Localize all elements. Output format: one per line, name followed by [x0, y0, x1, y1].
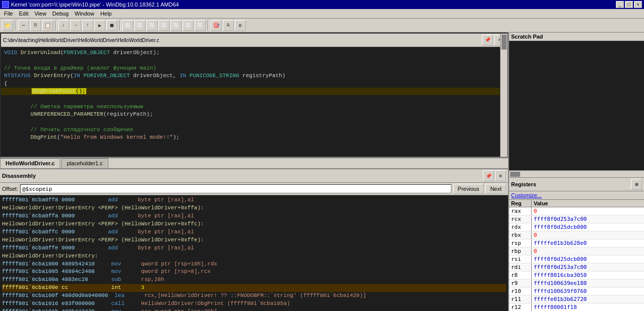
reg-val-r9: ffffd100639ee180	[532, 279, 644, 287]
editor-area: C:\dev\teaching\HelloWorldDriver\HelloWo…	[0, 33, 508, 158]
scratch-pad-scrollbar[interactable]	[509, 170, 644, 177]
reg-row-r11: r11 fffffe01b3b62720	[509, 295, 644, 303]
customize-link[interactable]: Customize...	[509, 191, 644, 200]
reg-val-rbx: 0	[532, 231, 644, 239]
reg-row-r9: r9 ffffd100639ee180	[509, 279, 644, 287]
title-bar: Kernel 'com:port=\\.\pipe\Win10.pipe' - …	[0, 0, 644, 9]
toolbar-b3[interactable]: ⬜	[146, 20, 157, 31]
editor-scrollbar[interactable]	[500, 34, 507, 157]
toolbar-options[interactable]: ⚙	[235, 20, 246, 31]
code-line-6: DbgBreakPoint();	[1, 88, 504, 95]
toolbar-sep-4	[208, 21, 209, 31]
reg-val-r8: fffff8016cba3050	[532, 271, 644, 279]
col-reg-header: Reg	[509, 200, 532, 207]
toolbar-font[interactable]: A	[223, 20, 234, 31]
menu-file[interactable]: File	[1, 10, 16, 18]
toolbar-step-over[interactable]: →	[70, 20, 81, 31]
disasm-row-label-1: HelloWorldDriver!DriverEntry <PERF> (Hel…	[2, 220, 506, 228]
reg-name-rsi: rsi	[509, 255, 532, 263]
toolbar-break[interactable]: ⏹	[106, 20, 117, 31]
toolbar-sep-1	[15, 21, 16, 31]
reg-row-rsp: rsp fffffe01b3b628e0	[509, 239, 644, 247]
maximize-button[interactable]: □	[625, 1, 633, 8]
registers-header: Reg Value	[509, 200, 644, 207]
toolbar-b5[interactable]: ⬜	[171, 20, 182, 31]
reg-val-r10: ffffd100639f0760	[532, 287, 644, 295]
reg-val-rcx: ffff8f0d253a7c00	[532, 215, 644, 223]
menu-debug[interactable]: Debug	[49, 10, 71, 18]
reg-val-r12: fffff80001f18	[532, 303, 644, 311]
app-icon	[2, 1, 9, 8]
registers-title: Registers	[511, 181, 536, 187]
disassembly-panel: Disassembly 📌 × Offset: Previous Next ff…	[0, 168, 508, 311]
reg-name-r12: r12	[509, 303, 532, 311]
toolbar-cut[interactable]: ✂	[18, 20, 29, 31]
toolbar-target[interactable]: 🎯	[211, 20, 222, 31]
close-button[interactable]: ×	[634, 1, 642, 8]
previous-button[interactable]: Previous	[453, 184, 484, 194]
code-line-1: VOID DriverUnload(PDRIVER_OBJECT driverO…	[4, 49, 504, 57]
editor-pin-btn[interactable]: 📌	[482, 35, 493, 46]
registers-table: Reg Value rax 0 rcx ffff8f0d253a7c00 rdx…	[509, 200, 644, 311]
menu-window[interactable]: Window	[72, 10, 97, 18]
toolbar-b1[interactable]: ⬜	[122, 20, 133, 31]
disasm-row-9: fffff801`6cba1016 e83f000000 call HelloW…	[2, 300, 506, 308]
scratch-pad: Scratch Pad	[509, 33, 644, 178]
editor-code[interactable]: VOID DriverUnload(PDRIVER_OBJECT driverO…	[1, 47, 507, 157]
scrollbar-thumb-h	[510, 172, 520, 177]
reg-row-rax: rax 0	[509, 207, 644, 215]
scrollbar-thumb	[502, 35, 507, 50]
menu-edit[interactable]: Edit	[16, 10, 32, 18]
toolbar-sep-3	[119, 21, 120, 31]
reg-name-rdx: rdx	[509, 223, 532, 231]
toolbar-step-out[interactable]: ↑	[82, 20, 93, 31]
code-line-7	[4, 95, 504, 103]
reg-val-rdx: ffff8f0d25dcb000	[532, 223, 644, 231]
next-button[interactable]: Next	[486, 184, 506, 194]
code-line-11: // Печать отладочного сообщения	[4, 126, 504, 134]
disasm-close-btn[interactable]: ×	[495, 170, 506, 181]
disasm-row-0: fffff801`6cba0ff8 0000 add byte ptr [rax…	[2, 196, 506, 204]
toolbar-open[interactable]: 📁	[2, 20, 13, 31]
toolbar-paste[interactable]: 📋	[42, 20, 53, 31]
toolbar-run[interactable]: ▶	[94, 20, 105, 31]
disasm-row-label-0: HelloWorldDriver!DriverEntry <PERF> (Hel…	[2, 204, 506, 212]
reg-val-rsi: ffff8f0d25dcb000	[532, 255, 644, 263]
tab-placeholder1[interactable]: placeholder1.c	[61, 158, 108, 168]
reg-val-rdi: ffff8f0d253a7c00	[532, 263, 644, 271]
disasm-titlebar: Disassembly 📌 ×	[0, 169, 508, 183]
menu-help[interactable]: Help	[97, 10, 115, 18]
code-line-9: UNREFERENCED_PARAMETER(registryPath);	[4, 111, 504, 118]
editor-tab-bar: HelloWorldDriver.c placeholder1.c	[0, 158, 508, 168]
disasm-content[interactable]: fffff801`6cba0ff8 0000 add byte ptr [rax…	[0, 195, 508, 311]
disasm-row-label-2: HelloWorldDriver!DriverEntry <PERF> (Hel…	[2, 236, 506, 244]
toolbar-step-into[interactable]: ↓	[58, 20, 69, 31]
minimize-button[interactable]: _	[616, 1, 624, 8]
offset-input[interactable]	[20, 184, 451, 193]
title-text: Kernel 'com:port=\\.\pipe\Win10.pipe' - …	[11, 2, 614, 8]
toolbar-b4[interactable]: ⬜	[158, 20, 170, 31]
reg-row-rdx: rdx ffff8f0d25dcb000	[509, 223, 644, 231]
registers-titlebar: Registers ⊞	[509, 178, 644, 191]
disasm-row-2: fffff801`6cba0ffc 0000 add byte ptr [rax…	[2, 228, 506, 236]
disasm-pin-btn[interactable]: 📌	[483, 170, 494, 181]
tab-helloworlddriver[interactable]: HelloWorldDriver.c	[0, 158, 60, 168]
toolbar-b2[interactable]: ⬜	[134, 20, 145, 31]
reg-row-rbx: rbx 0	[509, 231, 644, 239]
menu-view[interactable]: View	[32, 10, 50, 18]
offset-label: Offset:	[2, 186, 18, 192]
registers-close-btn[interactable]: ⊞	[631, 179, 642, 190]
left-panel: C:\dev\teaching\HelloWorldDriver\HelloWo…	[0, 33, 509, 311]
disasm-row-4: fffff801`6cba1000 4889542410 mov qword p…	[2, 260, 506, 268]
scratch-pad-content[interactable]	[509, 41, 644, 168]
disasm-row-7: fffff801`6cba100e cc int 3	[2, 284, 506, 292]
disasm-row-5: fffff801`6cba1005 48894c2408 mov qword p…	[2, 268, 506, 276]
toolbar-sep-2	[55, 21, 56, 31]
reg-name-rbp: rbp	[509, 247, 532, 255]
disasm-controls: 📌 ×	[483, 170, 506, 181]
toolbar-b6[interactable]: ⬜	[183, 20, 194, 31]
code-line-10	[4, 119, 504, 126]
toolbar-b7[interactable]: ⬜	[195, 20, 206, 31]
registers-panel: Registers ⊞ Customize... Reg Value rax 0…	[509, 178, 644, 311]
toolbar-copy[interactable]: ⎘	[30, 20, 41, 31]
